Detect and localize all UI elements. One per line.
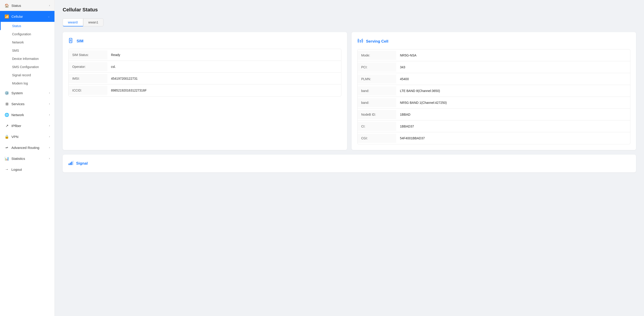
iccid-value: 8985219201631227316F [107, 86, 341, 95]
table-row: band: LTE BAND 8(Channel:3650) [358, 85, 630, 97]
logout-icon: → [4, 167, 9, 172]
sidebar-item-logout[interactable]: → Logout [0, 164, 54, 175]
submenu-item-signal-record[interactable]: Signal record [0, 71, 54, 79]
sidebar-item-status[interactable]: 🏠 Status › [0, 0, 54, 11]
sim-card: SIM SIM Status: Ready Operator: csl. IMS… [63, 32, 347, 150]
ipfiber-icon: ↗ [4, 123, 9, 128]
band-nr5g-value: NR5G BAND 1(Channel:427250) [396, 98, 630, 107]
cellular-icon: 📶 [4, 14, 9, 19]
sidebar-item-label: VPN [12, 135, 18, 139]
pci-label: PCI: [358, 63, 396, 72]
table-row: CGI: 54F4001BBAD37 [358, 132, 630, 144]
chevron-right-icon: › [49, 124, 50, 127]
sidebar-item-label: System [12, 91, 23, 95]
operator-value: csl. [107, 62, 341, 71]
sidebar-item-vpn[interactable]: 🔒 VPN › [0, 131, 54, 142]
sidebar-item-label: Logout [12, 168, 22, 171]
table-row: Operator: csl. [68, 61, 341, 73]
table-row: band: NR5G BAND 1(Channel:427250) [358, 97, 630, 109]
submenu-item-network[interactable]: Network [0, 38, 54, 46]
pci-value: 343 [396, 63, 630, 72]
sidebar-item-cellular[interactable]: 📶 Cellular ⌄ [0, 11, 54, 22]
svg-rect-3 [71, 41, 71, 42]
table-row: CI: 1BBAD37 [358, 120, 630, 132]
chevron-right-icon: › [49, 157, 50, 160]
sidebar-item-network[interactable]: 🌐 Network › [0, 109, 54, 120]
antenna-icon [357, 38, 363, 45]
home-icon: 🏠 [4, 3, 9, 8]
sidebar-item-ipfiber[interactable]: ↗ IPfiber › [0, 120, 54, 131]
nodeb-id-value: 1BBAD [396, 110, 630, 119]
table-row: IMSI: 454197200122731 [68, 73, 341, 84]
table-row: SIM Status: Ready [68, 49, 341, 61]
imsi-value: 454197200122731 [107, 74, 341, 83]
statistics-icon: 📊 [4, 156, 9, 161]
svg-rect-1 [70, 40, 71, 40]
sidebar-item-system[interactable]: ⚙️ System › [0, 87, 54, 98]
routing-icon: ⇌ [4, 145, 9, 150]
chevron-right-icon: › [49, 113, 50, 116]
submenu-item-sms[interactable]: SMS [0, 46, 54, 55]
table-row: NodeB ID: 1BBAD [358, 109, 630, 120]
band-nr5g-label: band: [358, 98, 396, 107]
sidebar-item-label: IPfiber [12, 124, 21, 128]
table-row: PCI: 343 [358, 61, 630, 73]
main-content: Cellular Status wwan0 wwan1 SIM [55, 0, 644, 316]
iccid-label: ICCID: [68, 86, 107, 95]
network-icon: 🌐 [4, 112, 9, 117]
serving-cell-card: Serving Cell Mode: NR5G-NSA PCI: 343 PLM… [352, 32, 636, 150]
nodeb-id-label: NodeB ID: [358, 110, 396, 119]
mode-label: Mode: [358, 51, 396, 60]
vpn-icon: 🔒 [4, 134, 9, 139]
band-lte-label: band: [358, 86, 396, 95]
submenu-item-status[interactable]: Status [0, 22, 54, 30]
table-row: ICCID: 8985219201631227316F [68, 84, 341, 96]
imsi-label: IMSI: [68, 74, 107, 83]
serving-cell-header: Serving Cell [357, 38, 630, 45]
tab-wwan0[interactable]: wwan0 [63, 18, 83, 26]
sidebar-item-label: Network [12, 113, 24, 117]
sidebar-item-label: Advanced Routing [12, 146, 40, 150]
tab-wwan1[interactable]: wwan1 [83, 18, 104, 26]
mode-value: NR5G-NSA [396, 51, 630, 60]
svg-rect-7 [70, 163, 71, 165]
signal-bar-icon [68, 160, 74, 167]
sim-status-label: SIM Status: [68, 50, 107, 59]
serving-cell-title: Serving Cell [366, 39, 388, 44]
band-lte-value: LTE BAND 8(Channel:3650) [396, 86, 630, 95]
chevron-right-icon: › [49, 102, 50, 105]
services-icon: ⊞ [4, 101, 9, 106]
sidebar-item-advanced-routing[interactable]: ⇌ Advanced Routing › [0, 142, 54, 153]
sidebar-item-label: Services [12, 102, 24, 106]
submenu-item-modem-log[interactable]: Modem log [0, 79, 54, 87]
plmn-value: 45400 [396, 74, 630, 83]
svg-rect-9 [73, 161, 74, 165]
page-title: Cellular Status [63, 7, 636, 13]
submenu-item-device-information[interactable]: Device Information [0, 55, 54, 63]
chevron-down-icon: ⌄ [48, 15, 50, 18]
plmn-label: PLMN: [358, 74, 396, 83]
table-row: PLMN: 45400 [358, 73, 630, 85]
signal-title: Signal [76, 161, 88, 166]
signal-header: Signal [68, 160, 630, 167]
sidebar-item-label: Statistics [12, 157, 25, 161]
chevron-right-icon: › [49, 146, 50, 149]
svg-rect-2 [70, 41, 70, 42]
sidebar-item-services[interactable]: ⊞ Services › [0, 98, 54, 109]
chevron-right-icon: › [49, 4, 50, 7]
sidebar-item-statistics[interactable]: 📊 Statistics › [0, 153, 54, 164]
chevron-right-icon: › [49, 91, 50, 94]
sim-card-header: SIM [68, 38, 341, 45]
chevron-right-icon: › [49, 135, 50, 138]
cards-row: SIM SIM Status: Ready Operator: csl. IMS… [63, 32, 636, 150]
submenu-item-configuration[interactable]: Configuration [0, 30, 54, 38]
cellular-submenu: Status Configuration Network SMS Device … [0, 22, 54, 87]
svg-rect-8 [71, 162, 72, 165]
submenu-item-sms-configuration[interactable]: SMS Configuration [0, 63, 54, 71]
cgi-label: CGI: [358, 134, 396, 143]
table-row: Mode: NR5G-NSA [358, 49, 630, 61]
sidebar-item-label: Cellular [12, 14, 23, 18]
operator-label: Operator: [68, 62, 107, 71]
signal-section: Signal [63, 155, 636, 172]
tab-bar: wwan0 wwan1 [63, 18, 636, 26]
